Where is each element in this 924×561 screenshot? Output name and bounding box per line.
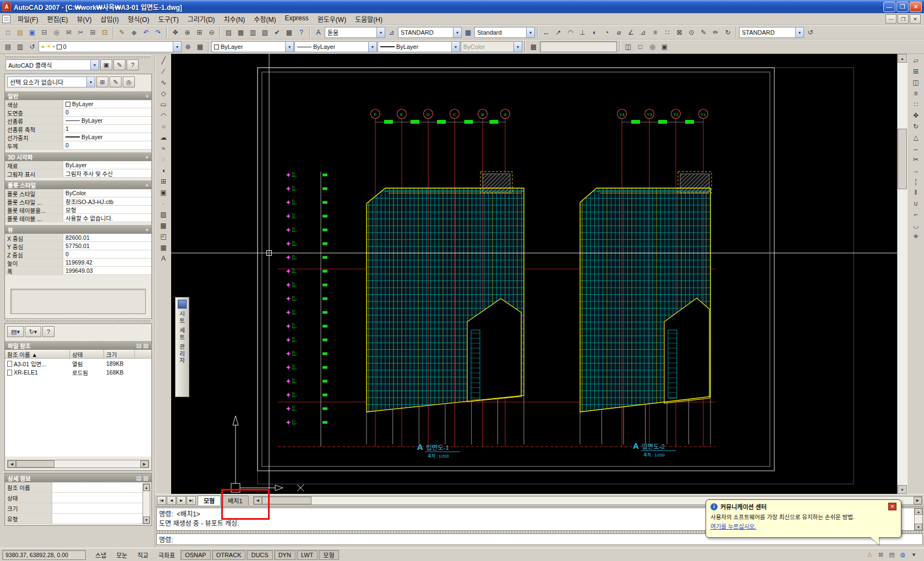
collapse-chevron-icon[interactable]: « [145, 153, 149, 160]
tray-arrow-icon[interactable]: ▾ [909, 550, 918, 559]
collapse-chevron-icon[interactable]: « [145, 92, 149, 99]
command-scrollbar[interactable]: ▲ ▼ [914, 508, 922, 530]
render-icon[interactable]: ▣ [659, 41, 670, 52]
window-restore-button[interactable]: ❒ [896, 2, 909, 12]
offset-icon[interactable]: ≡ [910, 88, 922, 99]
dim-diameter-icon[interactable]: ⌀ [613, 27, 625, 38]
undo-icon[interactable]: ↶ [140, 27, 152, 38]
dim-style-update-icon[interactable]: ↺ [805, 27, 816, 38]
array-icon[interactable]: ∷ [910, 99, 922, 110]
window-minimize-button[interactable]: — [883, 2, 895, 12]
dropdown-arrow-icon[interactable]: ▾ [368, 42, 376, 52]
dim-aligned-icon[interactable]: ↗ [553, 27, 564, 38]
workspace-settings-button[interactable]: ▣ [100, 59, 112, 70]
layer-properties-manager-icon[interactable]: ▤ [2, 41, 14, 52]
markup-set-manager-icon[interactable]: ✔ [271, 27, 283, 38]
menu-item-5[interactable]: 도구(T) [154, 13, 183, 25]
layer-isolate-icon[interactable]: ▦ [194, 41, 206, 52]
xref-column-2[interactable]: 크기 [104, 350, 135, 358]
dim-style-select[interactable]: STANDARD▾ [398, 27, 462, 38]
menu-item-9[interactable]: Express [280, 13, 313, 25]
dim-edit-icon[interactable]: ✎ [698, 27, 709, 38]
zoom-previous-icon[interactable]: ⊖ [206, 27, 217, 38]
dim-angular-icon[interactable]: ∠ [625, 27, 637, 38]
lineweight-select[interactable]: ByLayer▾ [378, 41, 460, 52]
redo-icon[interactable]: ↷ [152, 27, 164, 38]
selection-select[interactable]: 선택 요소가 없습니다 ▾ [7, 76, 95, 87]
help-icon[interactable]: ? [296, 27, 307, 38]
layer-select[interactable]: ●☀▪0▾ [39, 41, 182, 52]
scroll-down-icon[interactable]: ▼ [915, 524, 922, 530]
xref-row[interactable]: A3-01 입면...열림189KB [5, 359, 151, 368]
dim-tolerance-icon[interactable]: ⊠ [674, 27, 685, 38]
menu-item-10[interactable]: 윈도우(W) [313, 13, 351, 25]
current-dim-style-select[interactable]: STANDARD▾ [739, 27, 804, 38]
menu-item-0[interactable]: 파일(F) [13, 13, 42, 25]
toggle-pickadd-button[interactable]: ⊞ [96, 76, 108, 87]
property-value[interactable]: ByColor [63, 189, 151, 197]
workspace-help-button[interactable]: ? [127, 59, 139, 70]
scroll-right-icon[interactable]: ▶ [914, 497, 922, 504]
dropdown-arrow-icon[interactable]: ▾ [285, 42, 293, 52]
rotate-icon[interactable]: ↻ [910, 121, 922, 132]
extend-icon[interactable]: → [910, 165, 922, 176]
xref-column-1[interactable]: 상태 [70, 350, 104, 358]
ellipse-arc-icon[interactable]: ◖ [158, 165, 170, 176]
tool-palettes-icon[interactable]: ▥ [247, 27, 259, 38]
quickcalc-icon[interactable]: ▩ [283, 27, 295, 38]
property-value[interactable]: ByLayer [63, 133, 151, 141]
quick-dimension-icon[interactable]: ⊿ [637, 27, 649, 38]
drawing-vertical-scrollbar[interactable]: ▲ ▼ [897, 54, 907, 494]
collapse-chevron-icon[interactable]: « [145, 182, 149, 188]
select-objects-button[interactable]: ✎ [110, 76, 122, 87]
publish-icon[interactable]: ✉ [63, 27, 74, 38]
dim-style-icon[interactable]: ⊿ [386, 27, 397, 38]
drawing-canvas[interactable]: FEDCBAA입면도-1축척 : 1/200Y4Y3Y2Y1A입면도-2축척 :… [171, 54, 897, 494]
zoom-realtime-icon[interactable]: ⊕ [182, 27, 193, 38]
table-icon[interactable]: ▦ [158, 242, 170, 253]
pan-icon[interactable]: ✥ [170, 27, 181, 38]
property-value[interactable]: 사용할 수 없습니다. [63, 214, 151, 222]
dropdown-arrow-icon[interactable]: ▾ [376, 28, 385, 37]
construction-line-icon[interactable]: ⁄ [158, 66, 170, 77]
tab-model[interactable]: 모형 [198, 496, 221, 505]
menu-item-11[interactable]: 도움말(H) [351, 13, 387, 25]
stretch-icon[interactable]: ↔ [910, 143, 922, 154]
join-icon[interactable]: ∪ [910, 198, 922, 209]
tab-last-button[interactable]: ▶| [187, 496, 196, 505]
scroll-down-icon[interactable]: ▼ [898, 485, 907, 494]
balloon-close-button[interactable]: ✕ [888, 503, 896, 510]
layer-states-manager-icon[interactable]: ▥ [14, 41, 26, 52]
scroll-right-icon[interactable]: ▶ [140, 460, 149, 468]
tab-first-button[interactable]: |◀ [157, 496, 166, 505]
section-header-3[interactable]: 뷰« [5, 225, 151, 234]
open-icon[interactable]: ▤ [14, 27, 26, 38]
plot-icon[interactable]: ⊟ [39, 27, 50, 38]
dropdown-arrow-icon[interactable]: ▾ [795, 28, 803, 37]
mirror-icon[interactable]: ◫ [910, 77, 922, 88]
hatch-icon[interactable]: ▨ [158, 209, 170, 220]
mdi-close-button[interactable]: ✕ [910, 14, 921, 24]
quickcalc-toolbar-icon[interactable]: ▩ [528, 41, 539, 52]
scroll-down-icon[interactable]: ▼ [143, 516, 150, 524]
workspace-select[interactable]: AutoCAD 클래식 ▾ [6, 59, 99, 70]
trim-icon[interactable]: ✂ [910, 154, 922, 165]
dropdown-arrow-icon[interactable]: ▾ [173, 42, 181, 52]
palette-grip[interactable] [6, 319, 151, 322]
spline-icon[interactable]: ≈ [158, 143, 170, 154]
tray-warning-icon[interactable]: ⚠ [865, 550, 874, 559]
drawing-area[interactable]: FEDCBAA입면도-1축척 : 1/200Y4Y3Y2Y1A입면도-2축척 :… [171, 54, 897, 494]
dim-text-edit-icon[interactable]: ✏ [710, 27, 721, 38]
coordinate-display[interactable]: 9380.37, 63892.28, 0.00 [2, 550, 86, 560]
ellipse-icon[interactable]: ◌ [158, 154, 170, 165]
point-icon[interactable]: ∙ [158, 198, 170, 209]
circle-icon[interactable]: ○ [158, 121, 170, 132]
dim-linear-icon[interactable]: ↔ [540, 27, 552, 38]
toolbar-grip[interactable] [6, 55, 151, 58]
menu-item-3[interactable]: 삽입(I) [96, 13, 123, 25]
dropdown-arrow-icon[interactable]: ▾ [86, 77, 95, 87]
details-view-icons[interactable]: ▤ ▥ [136, 475, 149, 481]
menu-item-1[interactable]: 편집(E) [42, 13, 72, 25]
toggle-극좌표[interactable]: 극좌표 [154, 550, 179, 560]
details-vertical-scrollbar[interactable]: ▲ ▼ [143, 483, 150, 524]
